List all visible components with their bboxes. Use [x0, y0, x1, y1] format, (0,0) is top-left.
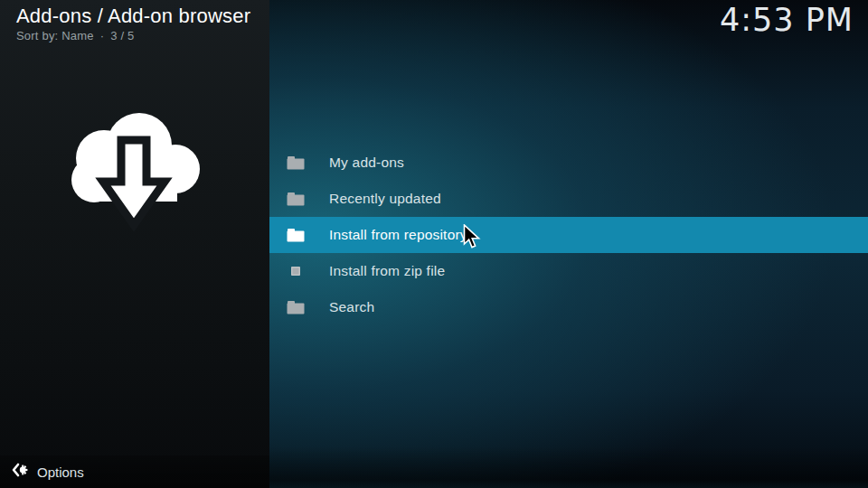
menu-item-recently-updated[interactable]: Recently updated [269, 181, 868, 217]
menu-item-search[interactable]: Search [269, 289, 868, 325]
page-title: Add-ons / Add-on browser [16, 5, 250, 27]
sidebar: Add-ons / Add-on browser Sort by: Name·3… [0, 0, 269, 488]
folder-icon [286, 155, 306, 170]
menu-item-label: Search [329, 299, 374, 315]
folder-icon [286, 228, 306, 242]
menu-item-label: Install from zip file [329, 263, 445, 279]
clock: 4:53 PM [720, 2, 854, 38]
sort-by-label: Sort by: Name [16, 29, 94, 42]
header: Add-ons / Add-on browser Sort by: Name·3… [16, 5, 250, 42]
menu-item-label: Install from repository [329, 227, 467, 243]
menu-item-install-from-repository[interactable]: Install from repository [269, 217, 868, 253]
folder-icon [286, 192, 306, 206]
cloud-download-icon [63, 107, 206, 242]
menu-item-my-addons[interactable]: My add-ons [269, 145, 868, 181]
options-label: Options [37, 465, 84, 480]
menu-item-label: Recently updated [329, 191, 441, 207]
separator-dot: · [100, 29, 105, 42]
addon-browser-menu: My add-ons Recently updated Install from… [269, 145, 868, 325]
menu-item-install-from-zip[interactable]: Install from zip file [269, 253, 868, 289]
file-icon [286, 267, 306, 276]
folder-icon [286, 300, 306, 314]
sort-status: Sort by: Name·3 / 5 [16, 29, 250, 42]
options-button[interactable]: Options [0, 455, 269, 488]
options-gear-icon [11, 462, 28, 482]
menu-item-label: My add-ons [329, 155, 404, 171]
position-indicator: 3 / 5 [110, 29, 134, 42]
